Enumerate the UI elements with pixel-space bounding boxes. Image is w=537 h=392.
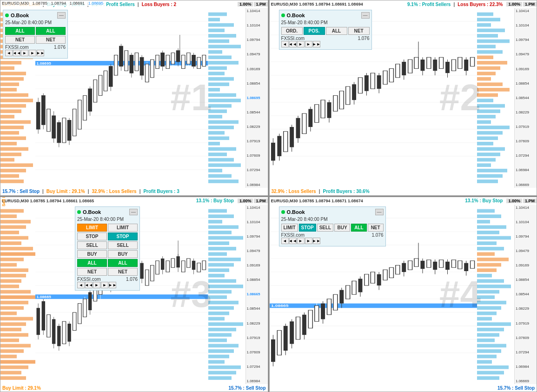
- nav-prev-3[interactable]: ◄◄: [85, 282, 93, 288]
- nav-prev-end-1[interactable]: ◄: [5, 50, 13, 56]
- svg-rect-296: [208, 258, 241, 261]
- nav-next-3b[interactable]: ►: [101, 282, 108, 288]
- svg-rect-387: [176, 256, 179, 267]
- svg-rect-447: [277, 330, 281, 355]
- stat-buy-stop-3: 13.1% : Buy Stop: [194, 198, 236, 203]
- btn-ord-2[interactable]: ORD.: [281, 27, 303, 35]
- nav-next-2-1[interactable]: ►: [29, 50, 36, 56]
- btn-row-stop-3: STOP STOP: [77, 233, 138, 240]
- btn-row-buy-3: BUY BUY: [77, 250, 138, 258]
- nav-next-2[interactable]: ►: [297, 41, 305, 47]
- svg-rect-489: [408, 260, 412, 269]
- btn-all-1b[interactable]: ALL: [36, 27, 66, 35]
- btn-pos-2[interactable]: POS.: [304, 27, 325, 35]
- svg-rect-193: [283, 132, 287, 152]
- btn-net-3b[interactable]: NET: [108, 268, 138, 276]
- obook-close-4[interactable]: —: [375, 209, 384, 215]
- svg-rect-58: [208, 153, 227, 156]
- svg-rect-301: [208, 284, 243, 288]
- btn-all-2[interactable]: ALL: [326, 27, 347, 35]
- nav-next-4b[interactable]: ►: [305, 238, 312, 244]
- nav-prev-4[interactable]: ◄◄: [289, 238, 297, 244]
- footer-value-3: 1.076: [126, 277, 138, 282]
- ohlc-bar-2: EURUSD,M30 1.08785 1.08794 1.08691 1.086…: [270, 2, 365, 7]
- btn-net-2[interactable]: NET: [348, 27, 370, 35]
- svg-rect-265: [0, 263, 17, 266]
- svg-rect-51: [208, 115, 222, 119]
- svg-rect-510: [470, 260, 474, 268]
- obook-close-1[interactable]: —: [57, 12, 66, 19]
- svg-rect-420: [477, 322, 511, 326]
- btn-net-1b[interactable]: NET: [36, 36, 66, 44]
- btn-sell-4[interactable]: SELL: [317, 224, 334, 232]
- btn-limit-4[interactable]: LIMIT: [281, 224, 298, 232]
- svg-rect-297: [208, 263, 234, 266]
- btn-net-3a[interactable]: NET: [77, 268, 107, 276]
- nav-next-end-2[interactable]: ►►: [313, 41, 320, 47]
- btn-limit-3a[interactable]: LIMIT: [77, 224, 107, 232]
- nav-prev-end-2[interactable]: ◄: [281, 41, 289, 47]
- btn-buy-3a[interactable]: BUY: [77, 250, 107, 258]
- svg-rect-385: [171, 258, 174, 267]
- obook-close-2[interactable]: —: [361, 12, 370, 19]
- svg-rect-109: [114, 55, 118, 75]
- nav-prev-1[interactable]: ◄◄: [13, 50, 20, 56]
- svg-rect-412: [477, 279, 504, 283]
- left-stat-3: Sell Limit : 32.3%: [1, 197, 6, 206]
- zoom-label-2: 1.00%: [506, 2, 522, 7]
- main-grid: 32.3% : Sell Limit | Buy Stop : 13.1% | …: [0, 0, 537, 392]
- svg-rect-174: [477, 169, 507, 173]
- svg-rect-93: [73, 109, 76, 136]
- nav-prev-2[interactable]: ◄◄: [289, 41, 297, 47]
- nav-next-4[interactable]: ►: [297, 238, 305, 244]
- stat-loss-buyers-1: Loss Buyers : 2: [140, 2, 178, 7]
- svg-rect-56: [208, 142, 220, 146]
- svg-rect-261: [0, 241, 21, 245]
- svg-rect-164: [477, 115, 496, 119]
- obook-widget-1: O.Book — 25-Mar-20 8:40:00 PM ALL ALL NE…: [3, 10, 68, 59]
- obook-footer-1: FXSSI.com 1.076: [5, 45, 66, 50]
- nav-next-1[interactable]: ►: [21, 50, 28, 56]
- nav-next-2b[interactable]: ►: [305, 41, 312, 47]
- btn-stop-3a[interactable]: STOP: [77, 233, 107, 240]
- svg-rect-279: [0, 338, 19, 342]
- bottom-bar-1: 15.7% : Sell Stop | Buy Limit : 29.1% | …: [0, 188, 268, 195]
- svg-rect-259: [0, 231, 19, 234]
- green-dot-3: [77, 210, 81, 214]
- btn-row-all-3: ALL ALL: [77, 259, 138, 267]
- svg-rect-276: [0, 322, 26, 326]
- btn-sell-3b[interactable]: SELL: [108, 241, 138, 249]
- svg-rect-457: [308, 310, 312, 328]
- svg-rect-252: [464, 60, 468, 71]
- time-label-4: 1.PM: [523, 199, 537, 203]
- btn-buy-4[interactable]: BUY: [334, 224, 350, 232]
- btn-sell-3a[interactable]: SELL: [77, 241, 107, 249]
- svg-rect-240: [426, 57, 431, 68]
- nav-next-end-1[interactable]: ►►: [37, 50, 44, 56]
- svg-rect-238: [420, 60, 424, 71]
- svg-rect-158: [477, 82, 503, 86]
- nav-prev-end-4[interactable]: ◄: [281, 238, 289, 244]
- btn-net-4[interactable]: NET: [368, 224, 384, 232]
- svg-rect-41: [208, 61, 239, 65]
- btn-net-1a[interactable]: NET: [5, 36, 35, 44]
- btn-stop-4[interactable]: STOP: [299, 224, 316, 232]
- nav-next-end-4[interactable]: ►►: [313, 238, 320, 244]
- svg-rect-428: [477, 365, 509, 369]
- btn-buy-3b[interactable]: BUY: [108, 250, 138, 258]
- nav-prev-end-3[interactable]: ◄: [77, 282, 85, 288]
- svg-rect-475: [364, 274, 368, 285]
- svg-rect-35: [208, 28, 225, 32]
- btn-all-3a[interactable]: ALL: [77, 259, 107, 267]
- btn-all-1a[interactable]: ALL: [5, 27, 35, 35]
- btn-stop-3b[interactable]: STOP: [108, 233, 138, 240]
- svg-rect-95: [78, 100, 81, 129]
- btn-all-4[interactable]: ALL: [351, 224, 367, 232]
- nav-next-3[interactable]: ►: [93, 282, 100, 288]
- svg-rect-425: [477, 349, 501, 353]
- nav-next-end-3[interactable]: ►►: [109, 282, 116, 288]
- btn-limit-3b[interactable]: LIMIT: [108, 224, 138, 232]
- obook-close-3[interactable]: —: [129, 209, 138, 215]
- btn-all-3b[interactable]: ALL: [108, 259, 138, 267]
- svg-rect-9: [0, 61, 21, 65]
